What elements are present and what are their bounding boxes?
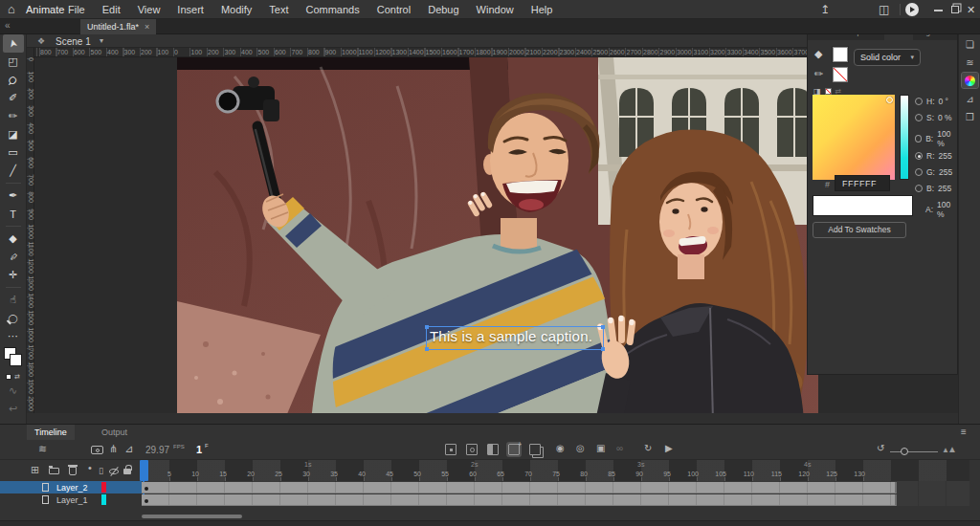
radio-icon[interactable] [915,135,922,142]
camera-icon[interactable] [91,446,103,454]
scene-label[interactable]: Scene 1 [56,36,91,47]
menu-view[interactable]: View [129,0,169,19]
hand-tool[interactable]: ☝ [3,291,24,309]
menu-help[interactable]: Help [523,0,562,19]
auto-keyframe-toggle[interactable]: + [508,444,520,455]
restore-button[interactable] [951,6,959,13]
paint-bucket-tool[interactable]: ◆ [3,230,24,248]
menu-commands[interactable]: Commands [297,0,368,19]
eraser-tool[interactable]: ◪ [3,125,24,143]
layer-color-chip[interactable] [101,482,106,493]
add-layer-button[interactable]: ⊞ [31,464,39,476]
current-frame-value[interactable]: 1 [196,444,202,455]
default-colors-icon[interactable] [6,374,11,380]
lock-all-toggle[interactable] [123,469,131,474]
play-button[interactable]: ▶ [665,443,673,453]
test-movie-button[interactable] [905,3,919,16]
radio-icon[interactable] [915,114,923,121]
layer-color-chip[interactable] [101,494,106,505]
fill-type-dropdown[interactable]: Solid color ▾ [854,49,921,66]
close-button[interactable]: ✕ [967,4,975,16]
eyedropper-tool[interactable]: ✑ [3,248,24,266]
workspace-icon[interactable]: ◫ [879,3,889,16]
layer-parenting-icon[interactable]: ⋔ [109,443,118,455]
frames-span-layer_1[interactable] [142,494,897,506]
delete-layer-button[interactable] [69,467,77,475]
pen-tool[interactable]: ✒ [3,186,24,205]
lasso-tool[interactable]: Ϙ [3,71,24,89]
radio-icon[interactable] [915,98,923,105]
selection-tool[interactable]: ➤ [3,34,24,53]
color-panel-icon[interactable] [962,73,978,88]
menu-edit[interactable]: Edit [94,0,129,19]
reset-timeline-zoom-button[interactable]: ↺ [877,443,884,453]
width-tool[interactable]: ∿ [3,382,24,400]
asset-warp-tool[interactable]: ✛ [3,266,24,284]
library-panel-icon[interactable]: ❒ [962,109,978,124]
align-panel-icon[interactable]: ⊿ [962,91,978,106]
playhead[interactable] [140,460,148,481]
stage-photo[interactable]: This is a sample caption. [177,57,818,421]
menu-file[interactable]: File [59,0,94,19]
edit-multiple-frames-button[interactable]: ▣ [596,443,605,453]
swatch-mini-controls[interactable]: ⇄ [0,372,26,382]
text-tool[interactable]: T [3,205,24,223]
home-icon[interactable]: ⌂ [8,2,15,16]
color-value-b[interactable]: B:255 [915,184,951,193]
stroke-color-swatch[interactable] [833,67,848,82]
caption-text-object[interactable]: This is a sample caption. [426,326,604,350]
rectangle-tool[interactable]: ▭ [3,143,24,162]
radio-icon[interactable] [915,185,923,192]
menu-insert[interactable]: Insert [168,0,212,19]
graph-editor-icon[interactable]: ⊿ [124,443,133,455]
line-tool[interactable]: ╱ [3,162,24,180]
zoom-tool[interactable]: ◯ [3,309,24,327]
classic-brush-tool[interactable]: ✏ [3,107,24,125]
insert-keyframe-button[interactable] [466,444,478,455]
document-tab[interactable]: Untitled-1.fla* × [80,19,156,34]
outline-toggle[interactable]: ▯ [99,466,103,475]
color-value-s[interactable]: S:0 % [915,113,952,122]
stroke-color-icon[interactable]: ✏ [814,68,823,80]
menu-control[interactable]: Control [368,0,419,19]
swap-colors-icon[interactable]: ⇄ [14,373,20,381]
menu-text[interactable]: Text [260,0,297,19]
fps-value[interactable]: 29.97 [145,445,169,455]
layer-view-icon[interactable]: ≋ [38,443,47,455]
insert-frame-button[interactable] [529,444,541,455]
close-tab-icon[interactable]: × [145,19,149,34]
selection-handle[interactable] [601,325,605,329]
onion-skin-outlines-button[interactable]: ◎ [576,443,585,453]
radio-icon[interactable] [915,152,923,160]
loop-button[interactable]: ↻ [644,443,652,453]
fluid-brush-tool[interactable]: ✐ [3,89,24,107]
resize-frames-icon[interactable]: ▲ [947,444,957,454]
share-icon[interactable]: ↥ [820,3,830,16]
keyframe-dot[interactable] [145,487,148,491]
timeline-zoom-knob[interactable] [901,448,908,455]
assets-panel-icon[interactable]: ❏ [962,36,978,52]
hide-all-toggle[interactable] [109,469,119,474]
show-all-toggle[interactable]: • [88,462,92,473]
no-color-icon[interactable] [825,88,832,95]
selection-handle[interactable] [425,325,429,329]
hue-slider[interactable] [900,95,909,180]
color-value-r[interactable]: R:255 [915,151,952,161]
panel-menu-icon[interactable]: ≡ [961,427,967,437]
color-value-b[interactable]: B:100 % [915,129,957,148]
properties-panel-icon[interactable]: ≋ [962,55,978,70]
add-folder-button[interactable] [49,468,59,474]
timeline-zoom-slider[interactable] [890,451,938,452]
subselection-tool[interactable]: ◰ [3,53,24,71]
tab-output[interactable]: Output [94,425,135,440]
color-value-h[interactable]: H:0 ° [915,97,948,106]
rotate-tool[interactable]: ↩ [3,400,24,418]
add-to-swatches-button[interactable]: Add To Swatches [813,222,906,238]
fill-color-swatch[interactable] [833,47,848,62]
layer-row-layer_2[interactable]: Layer_2 [0,481,142,493]
menu-debug[interactable]: Debug [419,0,467,19]
color-value-g[interactable]: G:255 [915,167,952,177]
onion-skin-button[interactable]: ◉ [556,443,565,453]
keyframe-dot[interactable] [145,499,148,503]
create-tween-button[interactable]: ∞ [616,443,623,453]
